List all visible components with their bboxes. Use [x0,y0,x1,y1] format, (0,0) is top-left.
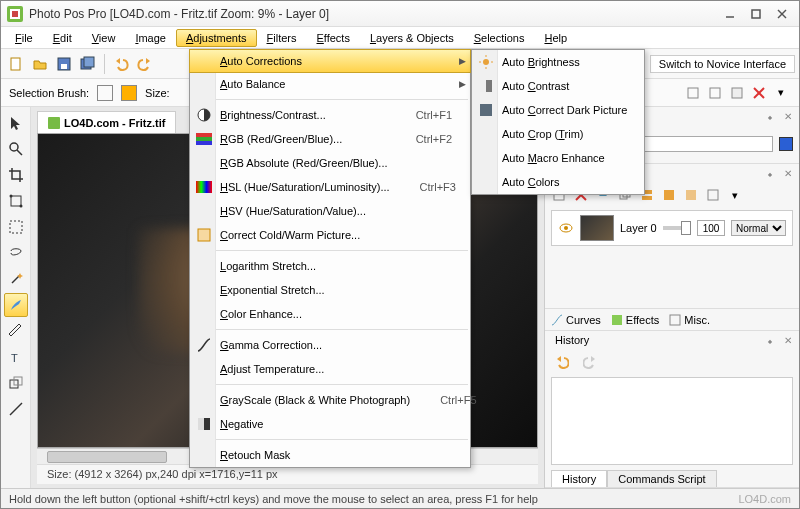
flatten-button[interactable] [681,185,701,205]
menuitem-rgb-red-green-blue[interactable]: RGB (Red/Green/Blue)...Ctrl+F2 [190,127,470,151]
transform-tool[interactable] [4,189,28,213]
tab-curves[interactable]: Curves [551,314,601,326]
history-undo-button[interactable] [551,351,573,373]
menuitem-rgb-absolute-red-green-blue[interactable]: RGB Absolute (Red/Green/Blue)... [190,151,470,175]
menuitem-gamma-correction[interactable]: Gamma Correction... [190,333,470,357]
svg-rect-14 [732,88,742,98]
history-redo-button[interactable] [579,351,601,373]
menuitem-logarithm-stretch[interactable]: Logarithm Stretch... [190,254,470,278]
layer-more-button[interactable]: ▾ [725,185,745,205]
history-panel: History ⬥✕ History Commands Script [545,331,799,488]
menuitem-auto-macro-enhance[interactable]: Auto Macro Enhance [472,146,644,170]
menu-selections[interactable]: Selections [464,29,535,47]
panel-pin-icon[interactable]: ✕ [781,166,795,180]
svg-rect-11 [84,57,94,67]
menu-image[interactable]: Image [125,29,176,47]
ac-icon [476,76,496,96]
doc-icon [48,117,60,129]
visibility-icon[interactable] [558,220,574,236]
panel-collapse-icon[interactable]: ⬥ [763,166,777,180]
wand-tool[interactable] [4,267,28,291]
menuitem-hsl-hue-saturation-luminosity[interactable]: HSL (Hue/Saturation/Luminosity)...Ctrl+F… [190,175,470,199]
more-icon[interactable]: ▾ [771,83,791,103]
open-button[interactable] [29,53,51,75]
panel-pin-icon[interactable]: ✕ [781,109,795,123]
menuitem-auto-crop-trim[interactable]: Auto Crop (Trim) [472,122,644,146]
menuitem-auto-balance[interactable]: Auto Balance▶ [190,72,470,96]
menu-edit[interactable]: Edit [43,29,82,47]
menu-help[interactable]: Help [534,29,577,47]
rect-select-tool[interactable] [4,215,28,239]
line-tool[interactable] [4,397,28,421]
tab-misc[interactable]: Misc. [669,314,710,326]
svg-point-20 [9,195,12,198]
menuitem-auto-corrections[interactable]: Auto Corrections▶ [189,49,471,73]
blend-mode-select[interactable]: Normal [731,220,786,236]
menuitem-grayscale-black-white-photograph[interactable]: GrayScale (Black & White Photograph)Ctrl… [190,388,470,412]
merge-visible-button[interactable] [659,185,679,205]
menuitem-auto-colors[interactable]: Auto Colors [472,170,644,194]
menu-filters[interactable]: Filters [257,29,307,47]
panel-pin-icon[interactable]: ✕ [781,333,795,347]
watermark: LO4D.com [738,493,791,505]
save-button[interactable] [53,53,75,75]
undo-button[interactable] [110,53,132,75]
gamma-icon [194,335,214,355]
panel-btn-2[interactable] [705,83,725,103]
menuitem-auto-contrast[interactable]: Auto Contrast [472,74,644,98]
menu-view[interactable]: View [82,29,126,47]
clone-tool[interactable] [4,371,28,395]
menuitem-auto-brightness[interactable]: Auto Brightness [472,50,644,74]
menu-layers-objects[interactable]: Layers & Objects [360,29,464,47]
sun-icon [476,52,496,72]
layer-row[interactable]: Layer 0 Normal [551,210,793,246]
close-button[interactable] [771,6,793,22]
save-all-button[interactable] [77,53,99,75]
menuitem-negative[interactable]: Negative [190,412,470,436]
layer-settings-button[interactable] [703,185,723,205]
menuitem-brightness-contrast[interactable]: Brightness/Contrast...Ctrl+F1 [190,103,470,127]
opacity-slider[interactable] [663,226,691,230]
lasso-tool[interactable] [4,241,28,265]
app-icon [7,6,23,22]
menuitem-hsv-hue-saturation-value[interactable]: HSV (Hue/Saturation/Value)... [190,199,470,223]
delete-icon[interactable] [749,83,769,103]
fg-swatch[interactable] [97,85,113,101]
minimize-button[interactable] [719,6,741,22]
svg-point-21 [19,205,22,208]
menuitem-auto-correct-dark-picture[interactable]: Auto Correct Dark Picture [472,98,644,122]
menu-adjustments[interactable]: Adjustments [176,29,257,47]
menuitem-adjust-temperature[interactable]: Adjust Temperature... [190,357,470,381]
history-list[interactable] [551,377,793,465]
panel-btn-1[interactable] [683,83,703,103]
rgb-icon [194,129,214,149]
bg-swatch[interactable] [121,85,137,101]
menu-file[interactable]: File [5,29,43,47]
selection-brush-tool[interactable] [4,293,28,317]
move-tool[interactable] [4,111,28,135]
text-tool[interactable]: T [4,345,28,369]
menuitem-correct-cold-warm-picture[interactable]: Correct Cold/Warm Picture... [190,223,470,247]
tab-commands-script[interactable]: Commands Script [607,470,716,487]
menuitem-retouch-mask[interactable]: Retouch Mask [190,443,470,467]
document-tab[interactable]: LO4D.com - Fritz.tif [37,111,176,133]
crop-tool[interactable] [4,163,28,187]
new-button[interactable] [5,53,27,75]
menuitem-exponential-stretch[interactable]: Exponential Stretch... [190,278,470,302]
redo-button[interactable] [134,53,156,75]
maximize-button[interactable] [745,6,767,22]
panel-btn-3[interactable] [727,83,747,103]
switch-interface-button[interactable]: Switch to Novice Interface [650,55,795,73]
panel-collapse-icon[interactable]: ⬥ [763,333,777,347]
panel-collapse-icon[interactable]: ⬥ [763,109,777,123]
menu-effects[interactable]: Effects [306,29,359,47]
svg-rect-36 [664,190,674,200]
opacity-input[interactable] [697,220,725,236]
tab-effects[interactable]: Effects [611,314,659,326]
brush-tool[interactable] [4,319,28,343]
color-dropdown-icon[interactable] [779,137,793,151]
svg-rect-44 [196,133,212,137]
tab-history[interactable]: History [551,470,607,487]
zoom-tool[interactable] [4,137,28,161]
menuitem-color-enhance[interactable]: Color Enhance... [190,302,470,326]
